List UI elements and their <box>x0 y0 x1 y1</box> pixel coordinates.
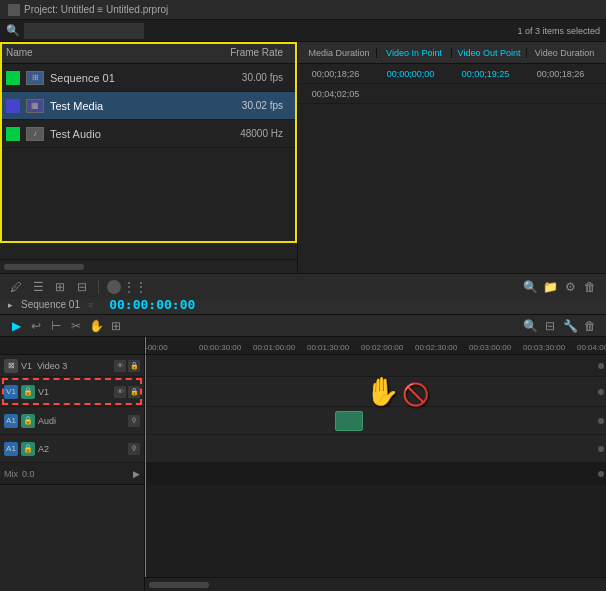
delete-icon[interactable]: 🗑 <box>582 279 598 295</box>
a1-lock-btn[interactable]: 🔒 <box>21 414 35 428</box>
file-row-testmedia[interactable]: ▦ Test Media 30.02 fps <box>0 92 297 120</box>
freeform-icon[interactable]: ⊟ <box>74 279 90 295</box>
file-list: ⊞ Sequence 01 30.00 fps ▦ Test Media 30.… <box>0 64 297 259</box>
track-label-v3: ⊠ V1 Video 3 👁 🔒 <box>0 355 144 377</box>
mix-arrow[interactable]: ▶ <box>133 469 140 479</box>
track-row-a2 <box>145 435 606 463</box>
folder-icon[interactable]: 📁 <box>542 279 558 295</box>
file-list-header: Name Frame Rate <box>0 42 297 64</box>
v1-lock-icon[interactable]: 🔒 <box>128 386 140 398</box>
meta-cell-01: 00;00;00;00 <box>373 69 448 79</box>
a1-track-name: Audi <box>38 416 56 426</box>
icon-view-icon[interactable]: ⊞ <box>52 279 68 295</box>
search-input[interactable] <box>24 23 144 39</box>
a1-track-icons: 🎙 <box>128 415 140 427</box>
v3-lock-icon[interactable]: 🔒 <box>128 360 140 372</box>
v3-eye-icon[interactable]: 👁 <box>114 360 126 372</box>
track-row-a1 <box>145 407 606 435</box>
time-marker-3: 00:01:30:00 <box>307 343 349 352</box>
track-label-a1: A1 🔒 Audi 🎙 <box>0 407 144 435</box>
meta-cell-02: 00;00;19;25 <box>448 69 523 79</box>
metadata-area: Media Duration Video In Point Video Out … <box>298 42 606 273</box>
timeline-scrollbar[interactable] <box>149 582 209 588</box>
a1-mic-icon[interactable]: 🎙 <box>128 415 140 427</box>
toolbar-circle[interactable] <box>107 280 121 294</box>
a2-track-icons: 🎙 <box>128 443 140 455</box>
v1-sync-btn[interactable]: V1 <box>4 385 18 399</box>
mix-row: Mix 0.0 ▶ <box>0 463 144 485</box>
v3-sync-btn[interactable]: ⊠ <box>4 359 18 373</box>
a2-lock-btn[interactable]: 🔒 <box>21 442 35 456</box>
track-time-header <box>0 337 144 355</box>
testmedia-color <box>6 99 20 113</box>
time-marker-1: 00:00:30:00 <box>199 343 241 352</box>
time-ruler[interactable]: -00:00 00:00:30:00 00:01:00:00 00:01:30:… <box>145 337 606 355</box>
toolbar-sep <box>98 280 99 294</box>
a2-track-name: A2 <box>38 444 49 454</box>
top-bar: Project: Untitled ≡ Untitled.prproj <box>0 0 606 20</box>
new-bin-icon[interactable]: 🖊 <box>8 279 24 295</box>
a2-target-btn[interactable]: A1 <box>4 442 18 456</box>
a1-sync-btn[interactable]: A1 <box>4 414 18 428</box>
project-content: Name Frame Rate ⊞ Sequence 01 30.00 fps … <box>0 42 606 273</box>
track-labels: ⊠ V1 Video 3 👁 🔒 V1 🔒 V1 👁 🔒 <box>0 337 145 591</box>
v1-track-name: V1 <box>38 387 49 397</box>
time-marker-8: 00:04:00:00 <box>577 343 606 352</box>
time-marker-5: 00:02:30:00 <box>415 343 457 352</box>
v1-eye-icon[interactable]: 👁 <box>114 386 126 398</box>
testmedia-icon: ▦ <box>26 99 44 113</box>
scrollbar[interactable] <box>4 264 84 270</box>
track-label-v1-container: V1 🔒 V1 👁 🔒 <box>0 377 144 407</box>
meta-cell-10: 00;04;02;05 <box>298 89 373 99</box>
timeline-content: -00:00 00:00:30:00 00:01:00:00 00:01:30:… <box>145 337 606 591</box>
multi-cam-icon[interactable]: ⊞ <box>108 318 124 334</box>
scrollbar-area[interactable] <box>0 259 297 273</box>
seq-settings-icon[interactable]: ⊟ <box>542 318 558 334</box>
track-select-tool[interactable]: ↩ <box>28 318 44 334</box>
sequence-panel: ▸ Sequence 01 ≡ 00:00:00:00 ▶ ↩ ⊢ ✂ ✋ ⊞ … <box>0 295 606 591</box>
tracks-container: ✋ 🚫 <box>145 355 606 577</box>
time-marker-2: 00:01:00:00 <box>253 343 295 352</box>
sort-icon[interactable]: ⋮⋮ <box>127 279 143 295</box>
hand-tool[interactable]: ✋ <box>88 318 104 334</box>
meta-header-duration: Media Duration <box>302 48 377 58</box>
items-selected: 1 of 3 items selected <box>517 26 600 36</box>
v1-lock-btn[interactable]: 🔒 <box>21 385 35 399</box>
list-view-icon[interactable]: ☰ <box>30 279 46 295</box>
project-panel: 🔍 1 of 3 items selected Name Frame Rate … <box>0 20 606 295</box>
v1-scroll-dot <box>598 389 604 395</box>
track-row-mix <box>145 463 606 485</box>
timeline-scrollbar-area[interactable] <box>145 577 606 591</box>
file-row-seq01[interactable]: ⊞ Sequence 01 30.00 fps <box>0 64 297 92</box>
ripple-tool[interactable]: ⊢ <box>48 318 64 334</box>
a2-mic-icon[interactable]: 🎙 <box>128 443 140 455</box>
filename: Untitled.prproj <box>106 4 168 15</box>
metadata-rows: 00;00;18;26 00;00;00;00 00;00;19;25 00;0… <box>298 64 606 273</box>
seq01-color <box>6 71 20 85</box>
project-toolbar: 🖊 ☰ ⊞ ⊟ ⋮⋮ 🔍 📁 ⚙ 🗑 <box>0 273 606 299</box>
v3-scroll-dot <box>598 363 604 369</box>
selection-tool[interactable]: ▶ <box>8 318 24 334</box>
meta-cell-00: 00;00;18;26 <box>298 69 373 79</box>
playhead-ruler <box>145 337 146 354</box>
col-name-header: Name <box>6 47 201 58</box>
audio-clip-a1[interactable] <box>335 411 363 431</box>
testaudio-name: Test Audio <box>50 128 201 140</box>
file-row-testaudio[interactable]: ♪ Test Audio 48000 Hz <box>0 120 297 148</box>
razor-tool[interactable]: ✂ <box>68 318 84 334</box>
col-framerate-header: Frame Rate <box>201 47 291 58</box>
seq-wrench-icon[interactable]: 🔧 <box>562 318 578 334</box>
time-marker-6: 00:03:00:00 <box>469 343 511 352</box>
meta-row-0: 00;00;18;26 00;00;00;00 00;00;19;25 00;0… <box>298 64 606 84</box>
testaudio-icon: ♪ <box>26 127 44 141</box>
seq-title: Sequence 01 <box>21 299 80 310</box>
v3-track-name: V1 <box>21 361 32 371</box>
time-marker-7: 00:03:30:00 <box>523 343 565 352</box>
seq-search-icon[interactable]: 🔍 <box>522 318 538 334</box>
meta-cell-03: 00;00;18;26 <box>523 69 598 79</box>
settings-icon[interactable]: ⚙ <box>562 279 578 295</box>
seq-delete-icon[interactable]: 🗑 <box>582 318 598 334</box>
seq01-name: Sequence 01 <box>50 72 201 84</box>
right-toolbar: 🔍 📁 ⚙ 🗑 <box>522 279 598 295</box>
search-toolbar-icon[interactable]: 🔍 <box>522 279 538 295</box>
